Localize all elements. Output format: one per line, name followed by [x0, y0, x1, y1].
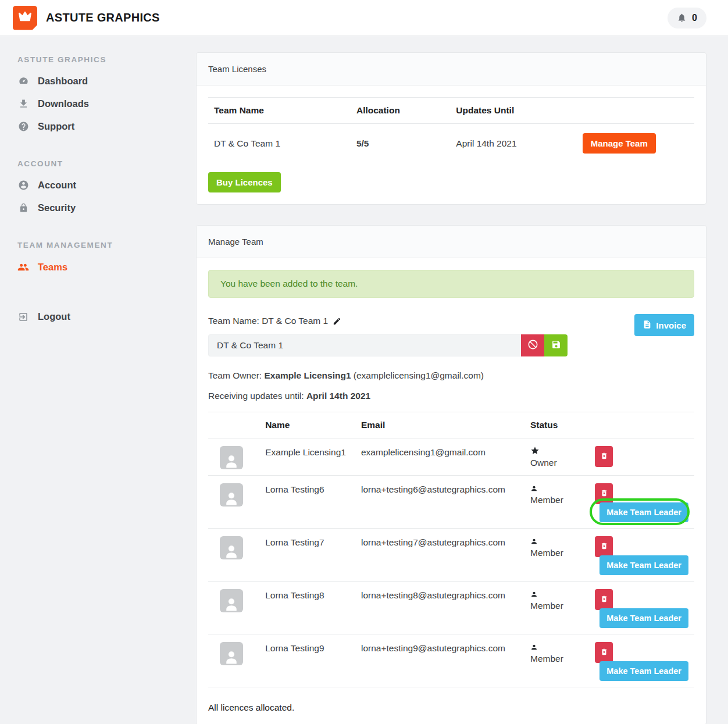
sidebar-item-label: Teams — [38, 262, 67, 273]
delete-member-button[interactable] — [595, 589, 613, 610]
team-licenses-card: Team Licenses Team Name Allocation Updat… — [196, 52, 706, 205]
make-team-leader-button[interactable]: Make Team Leader — [599, 502, 688, 522]
member-email: lorna+testing9@astutegraphics.com — [355, 634, 524, 687]
delete-member-button[interactable] — [595, 642, 613, 663]
sidebar-item-account[interactable]: Account — [17, 174, 180, 197]
page: ASTUTE GRAPHICS 0 ASTUTE GRAPHICS Dashbo… — [0, 0, 728, 724]
download-icon — [17, 98, 29, 109]
table-row: DT & Co Team 1 5/5 April 14th 2021 Manag… — [208, 124, 694, 163]
sidebar-item-label: Downloads — [38, 98, 89, 109]
delete-member-button[interactable] — [595, 446, 613, 467]
license-allocation: 5/5 — [351, 124, 450, 163]
member-status-label: Member — [530, 654, 563, 664]
sidebar-item-label: Support — [38, 121, 74, 132]
help-icon — [17, 121, 29, 132]
member-name: Lorna Testing7 — [259, 529, 355, 582]
license-updates-until: April 14th 2021 — [450, 124, 576, 163]
avatar — [220, 589, 243, 612]
member-email: lorna+testing7@astutegraphics.com — [355, 529, 524, 582]
table-row: Lorna Testing9 lorna+testing9@astutegrap… — [208, 634, 694, 687]
bell-icon — [677, 13, 687, 23]
members-table: Name Email Status Example Licensing1 exa… — [208, 412, 694, 687]
trash-icon — [600, 542, 608, 552]
member-status-label: Owner — [530, 458, 557, 468]
dashboard-icon — [17, 76, 29, 87]
team-licenses-table: Team Name Allocation Updates Until DT & … — [208, 97, 694, 163]
account-icon — [17, 180, 29, 191]
make-team-leader-button[interactable]: Make Team Leader — [599, 661, 688, 681]
logout-icon — [17, 312, 29, 322]
sidebar-item-teams[interactable]: Teams — [17, 255, 180, 279]
team-name-input[interactable] — [208, 334, 521, 356]
avatar — [220, 536, 243, 559]
save-icon — [551, 340, 561, 351]
buy-licences-button[interactable]: Buy Licences — [208, 172, 281, 192]
sidebar-item-label: Logout — [38, 311, 70, 322]
avatar — [220, 483, 243, 507]
column-header-updates-until: Updates Until — [450, 98, 576, 124]
column-header-status: Status — [524, 412, 589, 438]
column-header-email: Email — [355, 412, 524, 438]
member-status: Member — [524, 634, 589, 687]
team-licenses-card-title: Team Licenses — [197, 53, 706, 85]
trash-icon — [600, 648, 608, 658]
trash-icon — [600, 489, 608, 499]
brand-logo[interactable] — [13, 6, 37, 30]
manage-team-card: Manage Team You have been added to the t… — [196, 225, 706, 724]
member-name: Lorna Testing6 — [259, 476, 355, 529]
table-row: Example Licensing1 examplelicensing1@gma… — [208, 438, 694, 476]
main-content: Team Licenses Team Name Allocation Updat… — [180, 36, 728, 724]
member-email: examplelicensing1@gmail.com — [355, 438, 524, 476]
team-owner-name: Example Licensing1 — [264, 370, 351, 380]
member-status: Member — [524, 582, 589, 634]
member-status-label: Member — [530, 601, 563, 611]
sidebar: ASTUTE GRAPHICS Dashboard Downloads Supp… — [0, 36, 180, 351]
sidebar-item-support[interactable]: Support — [17, 115, 180, 138]
member-icon — [530, 536, 583, 547]
member-name: Lorna Testing9 — [259, 634, 355, 687]
member-email: lorna+testing8@astutegraphics.com — [355, 582, 524, 634]
make-team-leader-button[interactable]: Make Team Leader — [599, 608, 688, 628]
member-name: Lorna Testing8 — [259, 582, 355, 634]
invoice-button-label: Invoice — [656, 321, 686, 330]
member-status: Member — [524, 529, 589, 582]
sidebar-item-downloads[interactable]: Downloads — [17, 92, 180, 115]
users-icon — [17, 261, 29, 273]
sidebar-item-label: Account — [38, 180, 76, 191]
edit-pencil-icon[interactable] — [333, 317, 341, 326]
brand-title: ASTUTE GRAPHICS — [46, 11, 160, 24]
save-team-name-button[interactable] — [544, 334, 568, 356]
manage-team-button[interactable]: Manage Team — [583, 133, 656, 154]
member-name: Example Licensing1 — [259, 438, 355, 476]
updates-until-date: April 14th 2021 — [306, 391, 370, 401]
delete-member-button[interactable] — [595, 536, 613, 557]
notifications-button[interactable]: 0 — [668, 8, 706, 28]
sidebar-section-astute-graphics: ASTUTE GRAPHICS — [17, 55, 180, 64]
table-row: Lorna Testing7 lorna+testing7@astutegrap… — [208, 529, 694, 582]
team-name-input-group — [208, 334, 568, 356]
member-icon — [530, 589, 583, 600]
invoice-button[interactable]: Invoice — [634, 314, 694, 336]
sidebar-item-logout[interactable]: Logout — [17, 305, 180, 328]
cancel-edit-button[interactable] — [521, 334, 544, 356]
notifications-count: 0 — [692, 13, 697, 23]
sidebar-section-account: ACCOUNT — [17, 159, 180, 168]
top-header: ASTUTE GRAPHICS 0 — [0, 0, 728, 36]
ban-icon — [527, 339, 538, 352]
member-email: lorna+testing6@astutegraphics.com — [355, 476, 524, 529]
column-header-name: Name — [259, 412, 355, 438]
team-owner-email: (examplelicensing1@gmail.com) — [354, 370, 484, 380]
member-status-label: Member — [530, 495, 563, 505]
sidebar-item-dashboard[interactable]: Dashboard — [17, 70, 180, 92]
updates-until-line: Receiving updates until: April 14th 2021 — [208, 391, 694, 401]
make-team-leader-button[interactable]: Make Team Leader — [599, 555, 688, 575]
sidebar-section-team-management: TEAM MANAGEMENT — [17, 241, 180, 249]
table-row: Lorna Testing6 lorna+testing6@astutegrap… — [208, 476, 694, 529]
delete-member-button[interactable] — [595, 483, 613, 504]
manage-team-card-title: Manage Team — [197, 226, 706, 258]
sidebar-item-security[interactable]: Security — [17, 197, 180, 219]
team-owner-line: Team Owner: Example Licensing1 (examplel… — [208, 370, 694, 381]
member-icon — [530, 483, 583, 494]
licences-allocated-note: All licences allocated. — [208, 702, 694, 713]
avatar — [220, 446, 243, 469]
